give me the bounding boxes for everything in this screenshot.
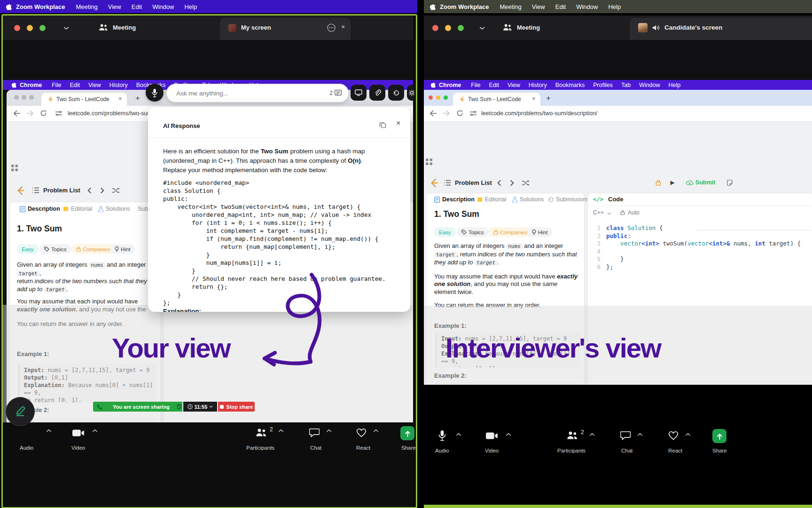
browser-tab-title[interactable]: Two Sum - LeetCode: [56, 96, 109, 103]
zoom-window-button[interactable]: [39, 25, 46, 31]
auto-label[interactable]: Auto: [628, 209, 640, 216]
react-label[interactable]: React: [356, 445, 370, 451]
close-window-button[interactable]: [432, 25, 438, 31]
editor-code[interactable]: class Solution { public: vector<int> two…: [606, 224, 811, 271]
menu-edit[interactable]: Edit: [555, 3, 566, 10]
site-settings-icon[interactable]: [55, 111, 62, 116]
menubar-app-name[interactable]: Zoom Workplace: [16, 3, 65, 10]
chrome-menu-edit[interactable]: Edit: [489, 82, 499, 88]
audio-label[interactable]: Audio: [435, 448, 449, 453]
zoom-tab-meeting[interactable]: Meeting: [113, 24, 136, 31]
forward-icon[interactable]: [26, 110, 34, 117]
chrome-menu-tab[interactable]: Tab: [621, 82, 631, 88]
tab-solutions[interactable]: Solutions: [98, 206, 130, 212]
react-label[interactable]: React: [668, 448, 682, 453]
companies-badge[interactable]: Companies: [71, 244, 115, 254]
notes-button[interactable]: [724, 177, 736, 188]
ai-mic-button[interactable]: [146, 84, 164, 102]
react-options-chevron[interactable]: [373, 429, 379, 432]
chrome-close-button[interactable]: [14, 95, 19, 100]
shuffle-icon[interactable]: [522, 180, 530, 186]
ai-settings-button[interactable]: [407, 85, 414, 101]
menu-meeting[interactable]: Meeting: [76, 3, 98, 10]
stop-share-button[interactable]: Stop share: [218, 402, 255, 412]
share-label[interactable]: Share: [401, 445, 416, 451]
new-tab-icon[interactable]: +: [546, 94, 551, 103]
zoom-tab-meeting[interactable]: Meeting: [517, 24, 540, 31]
chrome-menu-history[interactable]: History: [529, 82, 547, 88]
minimize-window-button[interactable]: [445, 25, 451, 31]
tab-submissions[interactable]: Submissions: [548, 196, 589, 203]
chat-label[interactable]: Chat: [621, 448, 632, 453]
video-options-chevron[interactable]: [92, 429, 98, 432]
tab-close-icon[interactable]: ×: [532, 95, 536, 102]
meeting-timer-pill[interactable]: 11:55: [183, 402, 217, 412]
close-window-button[interactable]: [14, 25, 20, 31]
copy-icon[interactable]: [379, 121, 386, 128]
tab-solutions[interactable]: Solutions: [512, 196, 544, 203]
reload-icon[interactable]: [456, 110, 463, 117]
chat-options-chevron[interactable]: [326, 429, 332, 432]
audio-options-chevron[interactable]: [46, 429, 52, 432]
audio-options-chevron[interactable]: [456, 433, 461, 436]
chrome-menu-edit[interactable]: Edit: [70, 82, 80, 88]
new-tab-icon[interactable]: +: [135, 94, 140, 103]
participants-icon[interactable]: [256, 428, 267, 437]
next-problem-icon[interactable]: [510, 180, 514, 186]
video-icon[interactable]: [72, 429, 85, 437]
back-icon[interactable]: [429, 110, 437, 117]
ask-input[interactable]: [175, 89, 329, 97]
tab-editorial[interactable]: Editorial: [63, 206, 92, 212]
menubar-app-name[interactable]: Zoom Workplace: [440, 3, 489, 10]
participants-label[interactable]: Participants: [557, 448, 586, 453]
chrome-close-button[interactable]: [429, 95, 433, 100]
chrome-menu-bookmarks[interactable]: Bookmarks: [555, 82, 585, 88]
video-icon[interactable]: [486, 432, 498, 440]
participants-options-chevron[interactable]: [278, 429, 284, 432]
hint-badge[interactable]: Hint: [527, 227, 552, 237]
run-button[interactable]: ▶: [666, 177, 679, 188]
zoom-window-button[interactable]: [458, 25, 464, 31]
react-heart-icon[interactable]: [668, 431, 679, 440]
leetcode-logo[interactable]: [429, 177, 439, 189]
chrome-menu-window[interactable]: Window: [639, 82, 660, 88]
share-screen-button[interactable]: [712, 429, 726, 443]
video-label[interactable]: Video: [71, 445, 85, 451]
apps-grid-icon[interactable]: [426, 159, 432, 165]
zoom-tab-my-screen-label[interactable]: My screen: [241, 24, 271, 31]
participants-label[interactable]: Participants: [246, 445, 274, 451]
menu-help[interactable]: Help: [184, 3, 197, 10]
problem-list-icon[interactable]: [32, 187, 39, 193]
video-label[interactable]: Video: [485, 448, 499, 453]
chrome-menu-file[interactable]: File: [52, 82, 61, 88]
submit-button[interactable]: Submit: [680, 177, 721, 188]
chrome-zoom-button[interactable]: [29, 95, 34, 100]
browser-tab-title[interactable]: Two Sum - LeetCode: [468, 96, 521, 103]
ai-ask-bar[interactable]: 2: [166, 84, 349, 103]
next-problem-icon[interactable]: [100, 187, 104, 194]
prev-problem-icon[interactable]: [497, 180, 501, 186]
chrome-menu-profiles[interactable]: Profiles: [593, 82, 613, 88]
tab-description[interactable]: Description: [20, 206, 60, 212]
share-screen-button[interactable]: [400, 426, 414, 440]
menu-view[interactable]: View: [108, 3, 121, 10]
more-options-icon[interactable]: [327, 24, 336, 32]
reload-icon[interactable]: [40, 110, 47, 117]
participants-options-chevron[interactable]: [589, 433, 595, 436]
menu-window[interactable]: Window: [152, 3, 174, 10]
language-selector[interactable]: C++: [593, 209, 604, 216]
mic-icon[interactable]: [438, 430, 446, 441]
menu-window[interactable]: Window: [576, 3, 598, 10]
chrome-zoom-button[interactable]: [444, 95, 448, 100]
hint-badge[interactable]: Hint: [110, 244, 135, 254]
code-tab-label[interactable]: Code: [608, 196, 624, 203]
menu-help[interactable]: Help: [608, 3, 621, 10]
prev-problem-icon[interactable]: [87, 187, 92, 194]
chat-label[interactable]: Chat: [310, 445, 321, 451]
forward-icon[interactable]: [443, 110, 450, 117]
react-options-chevron[interactable]: [685, 433, 691, 436]
share-label[interactable]: Share: [712, 448, 727, 453]
chevron-down-icon[interactable]: [63, 26, 69, 30]
close-tab-icon[interactable]: ×: [341, 23, 345, 31]
chrome-minimize-button[interactable]: [436, 95, 440, 100]
